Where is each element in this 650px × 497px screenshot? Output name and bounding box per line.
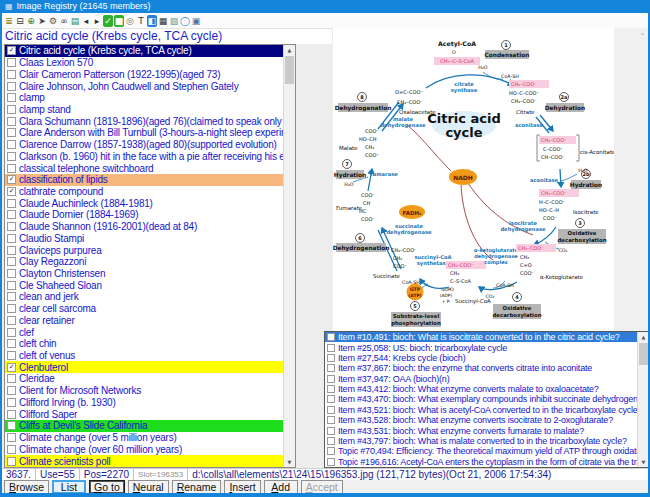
related-item[interactable]: Item #43,412: bioch: What enzyme convert… xyxy=(325,384,649,394)
scrollbar-thumb[interactable] xyxy=(285,56,294,84)
item-checkbox[interactable] xyxy=(327,427,335,435)
list-item[interactable]: Cle Shaheed Sloan xyxy=(5,279,295,291)
related-items-list[interactable]: Item #10,491: bioch: What is isocitrate … xyxy=(324,331,650,468)
item-checkbox[interactable] xyxy=(7,398,16,407)
split-icon[interactable]: ◧ xyxy=(147,15,157,27)
monitor-icon[interactable]: ⊟ xyxy=(15,15,25,27)
item-checkbox[interactable] xyxy=(327,375,335,383)
text-icon[interactable]: T xyxy=(136,15,146,27)
scroll-down-icon[interactable]: ▼ xyxy=(284,457,295,467)
item-checkbox[interactable] xyxy=(327,447,335,455)
list-item[interactable]: ✓classification of lipids xyxy=(5,174,295,186)
neural-button[interactable]: Neural xyxy=(128,480,169,494)
list-item[interactable]: Clarence Darrow (1857-1938)(aged 80)(sup… xyxy=(5,139,295,151)
item-checkbox[interactable] xyxy=(7,316,16,325)
item-checkbox[interactable] xyxy=(327,437,335,445)
scrollbar-thumb[interactable] xyxy=(639,343,648,365)
related-item[interactable]: Item #37,947: OAA (bioch)(n) xyxy=(325,374,649,384)
item-checkbox[interactable] xyxy=(7,128,16,137)
item-checkbox[interactable] xyxy=(7,140,16,149)
go-to-button[interactable]: Go to xyxy=(89,480,125,494)
item-checkbox[interactable] xyxy=(7,257,16,266)
left-list-scrollbar[interactable]: ▲ ▼ xyxy=(283,45,295,467)
item-checkbox[interactable] xyxy=(7,234,16,243)
related-item[interactable]: Item #25,058: US: bioch: tricarboxylate … xyxy=(325,342,649,352)
related-item[interactable]: Item #43,528: bioch: What enzyme convert… xyxy=(325,415,649,425)
list-item[interactable]: Client for Microsoft Networks xyxy=(5,385,295,397)
ring-icon[interactable]: ◯ xyxy=(180,15,190,27)
item-checkbox[interactable]: ✓ xyxy=(7,187,16,196)
list-item[interactable]: Climate change (over 5 million years) xyxy=(5,432,295,444)
grid-icon[interactable]: ▦ xyxy=(158,15,168,27)
list-item[interactable]: Clarkson (b. 1960) hit in the face with … xyxy=(5,150,295,162)
list-item[interactable]: Clifford Irving (b. 1930) xyxy=(5,397,295,409)
item-checkbox[interactable] xyxy=(327,333,335,341)
item-checkbox[interactable] xyxy=(7,199,16,208)
panel-chevron-icon[interactable]: ⌄ xyxy=(640,29,645,36)
related-item[interactable]: Item #43,470: bioch: What exemplary comp… xyxy=(325,394,649,404)
scroll-down-icon[interactable]: ▼ xyxy=(638,457,649,467)
item-checkbox[interactable] xyxy=(7,58,16,67)
list-item[interactable]: Clare Anderson with Bill Turnbull (3-hou… xyxy=(5,127,295,139)
item-checkbox[interactable] xyxy=(7,421,16,430)
list-item[interactable]: classical telephone switchboard xyxy=(5,162,295,174)
right-list-scrollbar[interactable]: ▲ ▼ xyxy=(637,332,649,467)
related-item[interactable]: Item #10,491: bioch: What is isocitrate … xyxy=(325,332,649,342)
rename-button[interactable]: Rename xyxy=(172,480,222,494)
list-item[interactable]: Claude Shannon (1916-2001)(dead at 84) xyxy=(5,221,295,233)
list-icon[interactable]: ≣ xyxy=(4,15,14,27)
pointer-icon[interactable]: ➤ xyxy=(37,15,47,27)
item-checkbox[interactable] xyxy=(7,410,16,419)
item-checkbox[interactable] xyxy=(7,152,16,161)
item-checkbox[interactable] xyxy=(7,281,16,290)
list-item[interactable]: ✓Clenbuterol xyxy=(5,361,295,373)
scroll-up-icon[interactable]: ▲ xyxy=(284,45,295,55)
item-checkbox[interactable] xyxy=(327,406,335,414)
list-button[interactable]: List xyxy=(52,480,86,494)
item-checkbox[interactable] xyxy=(7,292,16,301)
item-checkbox[interactable] xyxy=(7,339,16,348)
page-icon[interactable]: ▨ xyxy=(169,15,179,27)
item-checkbox[interactable]: ✓ xyxy=(7,363,16,372)
related-item[interactable]: Topic #196,616: Acetyl-CoA enters the cy… xyxy=(325,457,649,467)
related-item[interactable]: Item #43,797: bioch: What is malate conv… xyxy=(325,436,649,446)
list-item[interactable]: Claas Lexion 570 xyxy=(5,57,295,69)
related-item[interactable]: Item #43,531: bioch: What enzyme convert… xyxy=(325,425,649,435)
scroll-up-icon[interactable]: ▲ xyxy=(638,332,649,342)
new-page-icon[interactable]: ▤ xyxy=(70,15,80,27)
insert-button[interactable]: Insert xyxy=(224,480,260,494)
save-icon[interactable]: ▣ xyxy=(191,15,201,27)
list-item[interactable]: ✓clathrate compound xyxy=(5,186,295,198)
browse-button[interactable]: Browse xyxy=(4,480,49,494)
item-checkbox[interactable] xyxy=(7,304,16,313)
item-checkbox[interactable] xyxy=(7,269,16,278)
item-checkbox[interactable] xyxy=(7,82,16,91)
item-checkbox[interactable] xyxy=(327,364,335,372)
item-checkbox[interactable] xyxy=(327,416,335,424)
item-checkbox[interactable]: ✓ xyxy=(7,175,16,184)
list-item[interactable]: clear cell sarcoma xyxy=(5,303,295,315)
list-item[interactable]: Cliffs at Devil's Slide California xyxy=(5,420,295,432)
item-checkbox[interactable] xyxy=(7,117,16,126)
add-button[interactable]: Add xyxy=(264,480,298,494)
item-checkbox[interactable] xyxy=(327,354,335,362)
item-checkbox[interactable] xyxy=(7,457,16,466)
item-checkbox[interactable] xyxy=(7,210,16,219)
list-item[interactable]: Clifford Saper xyxy=(5,408,295,420)
item-checkbox[interactable] xyxy=(7,222,16,231)
title-bar[interactable]: ▦ Image Registry (21645 members) xyxy=(2,0,650,13)
item-checkbox[interactable] xyxy=(327,395,335,403)
item-checkbox[interactable] xyxy=(327,458,335,466)
list-item[interactable]: clamp xyxy=(5,92,295,104)
list-item[interactable]: ✓Citric acid cycle (Krebs cycle, TCA cyc… xyxy=(5,45,295,57)
item-checkbox[interactable] xyxy=(7,328,16,337)
prev-icon[interactable]: ◂ xyxy=(81,15,91,27)
related-item[interactable]: Topic #70,494: Efficiency. The theoretic… xyxy=(325,446,649,456)
left-list[interactable]: ✓Citric acid cycle (Krebs cycle, TCA cyc… xyxy=(4,44,296,468)
list-item[interactable]: Claire Johnson, John Caudwell and Stephe… xyxy=(5,80,295,92)
item-checkbox[interactable] xyxy=(7,164,16,173)
globe-icon[interactable]: ⊕ xyxy=(26,15,36,27)
binoculars-icon[interactable]: ∞ xyxy=(59,15,69,27)
list-item[interactable]: Claude Dornier (1884-1969) xyxy=(5,209,295,221)
list-item[interactable]: Clayton Christensen xyxy=(5,268,295,280)
